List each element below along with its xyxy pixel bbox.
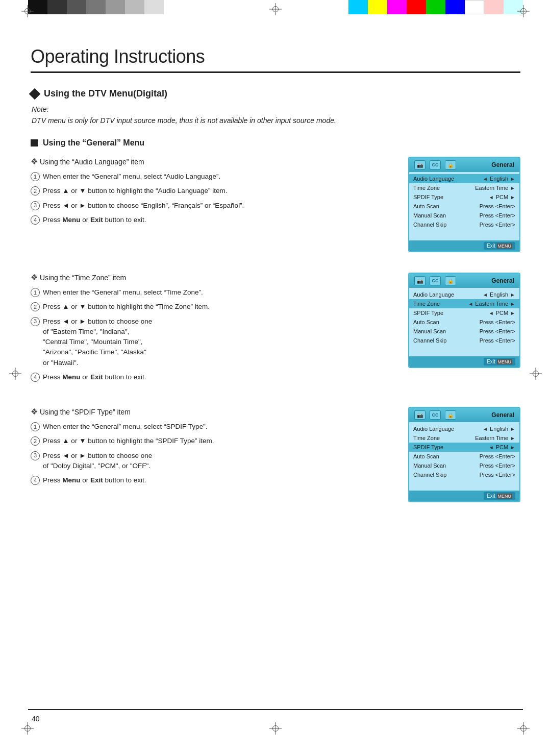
menu-row-label: Audio Language: [413, 426, 483, 432]
menu-footer: Exit MENU: [409, 240, 519, 251]
arrow-left-icon: ◄: [489, 194, 494, 200]
menu-row-value: Press <Enter>: [480, 319, 515, 325]
arrow-right-icon: ►: [510, 445, 515, 450]
audio-language-instructions: ❖ Using the “Audio Language” item 1 When…: [31, 157, 393, 229]
menu-row-label: Auto Scan: [413, 203, 480, 209]
menu-title: General: [491, 411, 514, 419]
cc-icon: CC: [430, 160, 441, 169]
menu-row-label: SPDIF Type: [413, 310, 489, 316]
arrow-right-icon: ►: [510, 426, 515, 432]
subsection-title: Using the “General” Menu: [43, 138, 144, 148]
section-header: Using the DTV Menu(Digital): [31, 88, 520, 99]
menu-row-value: Press <Enter>: [480, 328, 515, 334]
menu-title: General: [491, 277, 514, 284]
menu-row-label: Audio Language: [413, 291, 483, 298]
menu-row-label: SPDIF Type: [413, 194, 489, 200]
step-item: 3 Press ◄ or ► button to choose “English…: [31, 201, 393, 211]
step-item: 1 When enter the “General” menu, select …: [31, 172, 393, 182]
camera-icon: 📷: [414, 160, 425, 169]
menu-row-label: Manual Scan: [413, 462, 480, 469]
menu-header: 📷 CC 🔒 General: [409, 158, 519, 172]
arrow-right-icon: ►: [510, 194, 515, 200]
audio-language-steps: 1 When enter the “General” menu, select …: [31, 172, 393, 225]
step-text: Press ◄ or ► button to choose one of "Do…: [43, 451, 393, 472]
step-number: 4: [31, 476, 40, 485]
step-number: 4: [31, 215, 40, 225]
menu-row-label: Channel Skip: [413, 222, 480, 228]
time-zone-header: ❖ Using the “Time Zone” item: [31, 273, 393, 282]
crosshair-bottom-right: [517, 722, 530, 735]
menu-header-icons: 📷 CC 🔒: [414, 410, 456, 420]
arrow-right-icon: ►: [510, 310, 515, 316]
menu-row-value: Eastern Time: [475, 435, 508, 441]
step-number: 1: [31, 288, 40, 297]
menu-body: Audio Language ◄ English ► Time Zone Eas…: [409, 172, 519, 240]
step-number: 2: [31, 302, 40, 311]
note-block: Note: DTV menu is only for DTV input sou…: [32, 105, 520, 126]
step-text: Press ◄ or ► button to choose one of "Ea…: [43, 316, 393, 368]
step-number: 3: [31, 317, 40, 326]
page-number: 40: [32, 715, 40, 723]
crosshair-bottom-left: [21, 722, 34, 735]
spdif-instructions: ❖ Using the “SPDIF Type” item 1 When ent…: [31, 407, 393, 490]
menu-row-label: Time Zone: [413, 301, 468, 307]
note-label: Note:: [32, 105, 520, 113]
time-zone-section: ❖ Using the “Time Zone” item 1 When ente…: [31, 273, 520, 386]
time-zone-steps: 1 When enter the “General” menu, select …: [31, 287, 393, 382]
menu-row-channelskip: Channel Skip Press <Enter>: [409, 470, 519, 479]
step-number: 3: [31, 451, 40, 460]
menu-row-label: SPDIF Type: [413, 444, 489, 450]
menu-row-value: Press <Enter>: [480, 337, 515, 344]
menu-row-audio: Audio Language ◄ English ►: [409, 174, 519, 183]
step-text: Press ▲ or ▼ button to highlight the “Ti…: [43, 302, 393, 312]
bottom-line: [28, 709, 523, 710]
menu-row-spdif: SPDIF Type ◄ PCM ►: [409, 308, 519, 318]
crosshair-top-left: [21, 5, 34, 17]
arrow-left-icon: ◄: [483, 426, 488, 432]
title-divider: [31, 71, 520, 73]
camera-icon: 📷: [414, 410, 425, 420]
step-text: Press Menu or Exit button to exit.: [43, 372, 393, 382]
exit-button: Exit MENU: [484, 242, 515, 250]
step-text: Press ▲ or ▼ button to highlight the “SP…: [43, 436, 393, 446]
step-item: 4 Press Menu or Exit button to exit.: [31, 215, 393, 225]
menu-header-icons: 📷 CC 🔒: [414, 276, 456, 285]
menu-row-label: Manual Scan: [413, 328, 480, 334]
menu-row-audio: Audio Language ◄ English ►: [409, 424, 519, 433]
arrow-right-icon: ►: [510, 435, 515, 441]
step-text: Press ◄ or ► button to choose “English”,…: [43, 201, 393, 211]
arrow-right-icon: ►: [510, 176, 515, 182]
menu-row-value: English: [490, 176, 508, 182]
arrow-left-icon: [472, 435, 473, 441]
menu-row-spdif: SPDIF Type ◄ PCM ►: [409, 443, 519, 452]
arrow-left-icon: ◄: [489, 310, 494, 316]
menu-row-autoscan: Auto Scan Press <Enter>: [409, 452, 519, 461]
menu-row-audio: Audio Language ◄ English ►: [409, 290, 519, 299]
menu-row-value: PCM: [496, 194, 508, 200]
subsection-header: Using the “General” Menu: [31, 138, 520, 148]
menu-row-label: Channel Skip: [413, 337, 480, 344]
color-bar-top-left: [28, 0, 164, 14]
menu-body: Audio Language ◄ English ► Time Zone Eas…: [409, 422, 519, 491]
exit-button: Exit MENU: [484, 358, 515, 365]
audio-language-section: ❖ Using the “Audio Language” item 1 When…: [31, 157, 520, 252]
menu-row-label: Auto Scan: [413, 319, 480, 325]
arrow-right-icon: ►: [510, 292, 515, 298]
asterisk-icon: ❖: [31, 273, 38, 282]
menu-row-label: Channel Skip: [413, 472, 480, 478]
menu-row-value: Press <Enter>: [480, 212, 515, 218]
diamond-icon: [29, 88, 41, 100]
menu-mockup-1: 📷 CC 🔒 General Audio Language ◄ English …: [408, 157, 520, 252]
menu-row-timezone: Time Zone ◄ Eastern Time ►: [409, 299, 519, 308]
menu-row-label: Time Zone: [413, 185, 472, 191]
step-item: 2 Press ▲ or ▼ button to highlight the “…: [31, 436, 393, 446]
step-number: 2: [31, 436, 40, 446]
lock-icon: 🔒: [445, 276, 456, 285]
menu-row-value: Press <Enter>: [480, 203, 515, 209]
menu-body: Audio Language ◄ English ► Time Zone ◄ E…: [409, 288, 519, 356]
crosshair-top-right: [517, 5, 530, 17]
menu-row-timezone: Time Zone Eastern Time ►: [409, 183, 519, 192]
step-item: 4 Press Menu or Exit button to exit.: [31, 372, 393, 382]
menu-header-icons: 📷 CC 🔒: [414, 160, 456, 169]
menu-row-value: Press <Enter>: [480, 462, 515, 469]
